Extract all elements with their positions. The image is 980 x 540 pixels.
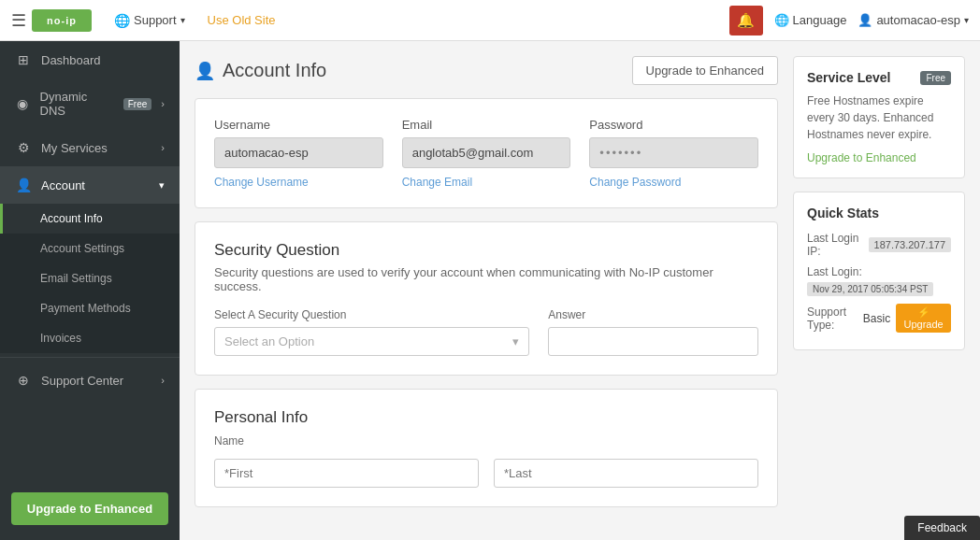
last-login-ip-row: Last Login IP: 187.73.207.177 <box>807 232 951 258</box>
last-name-input[interactable] <box>494 459 758 488</box>
sidebar-sub-account-settings[interactable]: Account Settings <box>0 234 180 263</box>
account-settings-label: Account Settings <box>40 242 124 255</box>
sidebar-sub-account-info[interactable]: Account Info <box>0 204 180 234</box>
personal-info-card: Personal Info Name <box>195 389 778 507</box>
answer-input[interactable] <box>548 327 758 356</box>
support-upgrade-button[interactable]: ⚡ Upgrade <box>896 304 951 333</box>
language-menu[interactable]: 🌐 Language <box>774 13 847 27</box>
page-header: 👤 Account Info Upgrade to Enhanced <box>195 56 778 85</box>
sidebar-item-my-services[interactable]: ⚙ My Services › <box>0 129 180 166</box>
use-old-site-link[interactable]: Use Old Site <box>208 13 276 27</box>
answer-label: Answer <box>548 308 758 321</box>
sidebar-divider <box>0 357 180 358</box>
security-question-title: Security Question <box>214 241 758 260</box>
service-free-badge: Free <box>920 71 951 85</box>
quick-stats-card: Quick Stats Last Login IP: 187.73.207.17… <box>793 192 965 350</box>
change-username-link[interactable]: Change Username <box>214 176 383 189</box>
account-info-card: Username automacao-esp Change Username E… <box>195 98 778 208</box>
username-field-group: Username automacao-esp Change Username <box>214 118 383 189</box>
account-info-label: Account Info <box>40 212 103 225</box>
support-level-value: Basic <box>863 312 890 325</box>
first-name-group <box>214 459 479 488</box>
payment-methods-label: Payment Methods <box>40 302 131 315</box>
sidebar-label-dynamic-dns: Dynamic DNS <box>40 90 110 118</box>
sidebar-item-support-center[interactable]: ⊕ Support Center › <box>0 362 180 399</box>
security-question-select[interactable]: Select an Option ▾ <box>214 327 529 356</box>
account-submenu: Account Info Account Settings Email Sett… <box>0 204 180 353</box>
page-title-row: 👤 Account Info <box>195 60 326 81</box>
sidebar-label-dashboard: Dashboard <box>41 53 101 67</box>
user-chevron-icon: ▾ <box>964 15 969 25</box>
service-level-card: Service Level Free Free Hostnames expire… <box>793 56 965 178</box>
username-label: Username <box>214 118 383 132</box>
sidebar-label-account: Account <box>41 178 85 192</box>
change-password-link[interactable]: Change Password <box>589 176 758 189</box>
email-label: Email <box>402 118 571 132</box>
upgrade-enhanced-link[interactable]: Upgrade to Enhanced <box>807 151 916 164</box>
service-level-header: Service Level Free <box>807 70 951 85</box>
support-center-chevron-icon: › <box>161 375 165 386</box>
security-select-group: Select A Security Question Select an Opt… <box>214 308 529 356</box>
security-answer-group: Answer <box>548 308 758 356</box>
support-menu[interactable]: 🌐 Support ▾ <box>114 13 185 28</box>
main-layout: ⊞ Dashboard ◉ Dynamic DNS Free › ⚙ My Se… <box>0 41 980 540</box>
first-name-input[interactable] <box>214 459 479 488</box>
user-icon: 👤 <box>858 13 872 27</box>
last-login-value: Nov 29, 2017 05:05:34 PST <box>807 282 933 296</box>
select-placeholder: Select an Option <box>224 334 314 348</box>
page-title-icon: 👤 <box>195 61 215 81</box>
feedback-button[interactable]: Feedback <box>904 516 980 540</box>
security-question-desc: Security questions are used to verify yo… <box>214 265 758 293</box>
password-display: ••••••• <box>589 137 758 168</box>
email-display: anglotab5@gmail.com <box>402 137 571 168</box>
upgrade-enhanced-button[interactable]: Upgrade to Enhanced <box>632 56 778 85</box>
change-email-link[interactable]: Change Email <box>402 176 571 189</box>
dashboard-icon: ⊞ <box>15 52 32 67</box>
last-login-label: Last Login: <box>807 265 862 278</box>
service-level-desc: Free Hostnames expire every 30 days. Enh… <box>807 92 951 143</box>
sidebar-item-dashboard[interactable]: ⊞ Dashboard <box>0 41 180 78</box>
my-services-chevron-icon: › <box>161 142 165 153</box>
language-label: Language <box>793 13 847 27</box>
dynamic-dns-chevron-icon: › <box>161 98 165 109</box>
content-area: 👤 Account Info Upgrade to Enhanced Usern… <box>180 41 793 540</box>
name-label: Name <box>214 434 758 448</box>
service-level-title: Service Level <box>807 70 891 85</box>
invoices-label: Invoices <box>40 332 81 345</box>
quick-stats-title: Quick Stats <box>807 206 951 220</box>
support-type-label: Support Type: <box>807 306 858 332</box>
dynamic-dns-icon: ◉ <box>15 96 31 111</box>
personal-name-fields <box>214 459 758 488</box>
support-center-icon: ⊕ <box>15 373 32 388</box>
globe-icon: 🌐 <box>114 13 130 28</box>
password-field-group: Password ••••••• Change Password <box>589 118 758 189</box>
sidebar-label-support-center: Support Center <box>41 374 123 388</box>
sidebar-sub-email-settings[interactable]: Email Settings <box>0 263 180 293</box>
sidebar-item-dynamic-dns[interactable]: ◉ Dynamic DNS Free › <box>0 78 180 129</box>
sidebar-sub-invoices[interactable]: Invoices <box>0 323 180 353</box>
sidebar-item-account[interactable]: 👤 Account ▾ <box>0 166 180 204</box>
site-logo: no-ip <box>32 9 92 32</box>
notifications-button[interactable]: 🔔 <box>729 6 763 36</box>
password-label: Password <box>589 118 758 132</box>
select-question-label: Select A Security Question <box>214 308 529 321</box>
account-chevron-icon: ▾ <box>159 179 165 192</box>
sidebar: ⊞ Dashboard ◉ Dynamic DNS Free › ⚙ My Se… <box>0 41 180 540</box>
last-login-ip-value: 187.73.207.177 <box>869 237 951 252</box>
hamburger-icon[interactable]: ☰ <box>11 10 26 31</box>
email-settings-label: Email Settings <box>40 272 112 285</box>
last-name-group <box>494 459 758 488</box>
sidebar-sub-payment-methods[interactable]: Payment Methods <box>0 293 180 323</box>
last-login-ip-label: Last Login IP: <box>807 232 869 258</box>
account-icon: 👤 <box>15 178 32 192</box>
email-field-group: Email anglotab5@gmail.com Change Email <box>402 118 571 189</box>
free-badge: Free <box>123 98 152 110</box>
nav-right-area: 🔔 🌐 Language 👤 automacao-esp ▾ <box>729 6 969 36</box>
user-menu[interactable]: 👤 automacao-esp ▾ <box>858 13 969 27</box>
support-type-row: Support Type: Basic ⚡ Upgrade <box>807 304 951 333</box>
my-services-icon: ⚙ <box>15 140 32 155</box>
account-fields: Username automacao-esp Change Username E… <box>214 118 758 189</box>
right-panel: Service Level Free Free Hostnames expire… <box>793 41 980 540</box>
logo-area: ☰ no-ip <box>11 9 92 32</box>
sidebar-upgrade-button[interactable]: Upgrade to Enhanced <box>11 492 168 525</box>
